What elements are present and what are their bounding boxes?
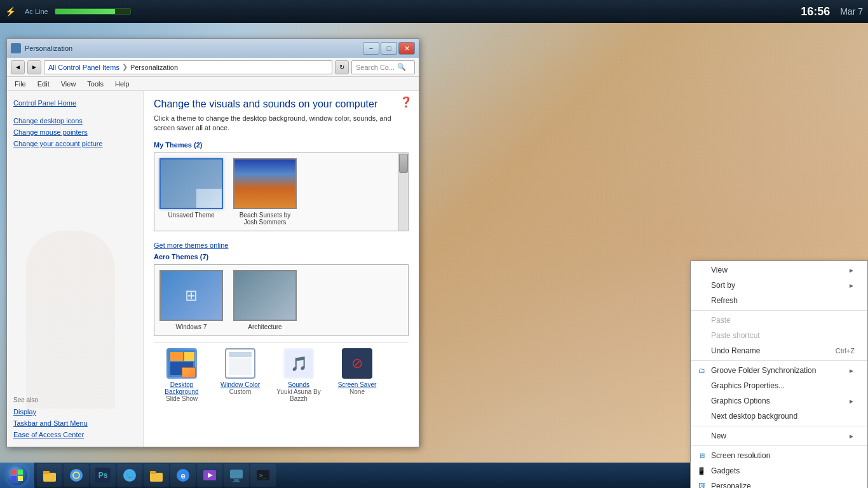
desktop-bg-label[interactable]: Desktop Background (156, 381, 207, 395)
ctx-gfx-options-label: Graphics Options (711, 396, 770, 405)
taskbar-app-photoshop[interactable]: Ps (90, 464, 116, 487)
ctx-screen-res[interactable]: 🖥 Screen resolution (691, 448, 867, 463)
main-desc: Click a theme to change the desktop back… (154, 114, 409, 133)
menu-view[interactable]: View (56, 79, 81, 89)
window-color-svg (227, 351, 253, 376)
sidebar-home-link[interactable]: Control Panel Home (13, 97, 137, 109)
bottom-desktop-bg[interactable]: Desktop Background Slide Show (156, 348, 207, 402)
svg-rect-28 (233, 481, 240, 482)
window-controls: − □ ✕ (363, 42, 415, 55)
taskbar-apps: Ps 🐦 e (34, 464, 769, 487)
sounds-svg: 🎵 (285, 349, 313, 377)
sidebar-taskbar[interactable]: Taskbar and Start Menu (13, 417, 88, 429)
theme-unsaved-name: Unsaved Theme (168, 212, 214, 219)
gadgets-icon: 📱 (696, 465, 707, 477)
ctx-paste-label: Paste (711, 316, 731, 325)
ctx-groove[interactable]: 🗂 Groove Folder Synchronization ► (691, 363, 867, 378)
ctx-gfx-props-label: Graphics Properties... (711, 381, 785, 390)
theme-unsaved-preview[interactable] (159, 158, 223, 209)
sidebar-character (13, 205, 137, 409)
more-themes-link[interactable]: Get more themes online (154, 241, 228, 249)
desktop-bg-sub: Slide Show (166, 395, 198, 402)
taskbar-app-cmd[interactable]: >_ (250, 464, 276, 487)
ctx-sort-arrow: ► (848, 282, 855, 289)
taskbar-app-monitor[interactable] (224, 464, 249, 487)
battery-bar (55, 8, 131, 15)
ctx-next-bg[interactable]: Next desktop background (691, 409, 867, 424)
menu-tools[interactable]: Tools (82, 79, 109, 89)
start-button[interactable] (0, 463, 34, 488)
svg-rect-9 (11, 470, 17, 475)
window-titlebar[interactable]: Personalization − □ ✕ (7, 39, 419, 58)
address-bar: ◄ ► All Control Panel Items ❯ Personaliz… (7, 58, 419, 77)
svg-rect-21 (150, 471, 156, 474)
ctx-refresh[interactable]: Refresh (691, 293, 867, 308)
menu-edit[interactable]: Edit (32, 79, 55, 89)
ctx-sort-by[interactable]: Sort by ► (691, 278, 867, 293)
theme-beach-preview[interactable] (233, 158, 297, 209)
sidebar-display[interactable]: Display (13, 406, 88, 417)
media-icon (202, 468, 217, 483)
help-icon[interactable]: ❓ (400, 96, 412, 108)
desktop-bg-svg (168, 349, 196, 377)
window-color-label[interactable]: Window Color (220, 381, 260, 388)
theme-win7[interactable]: Windows 7 (159, 270, 223, 330)
ctx-view[interactable]: View ► (691, 262, 867, 278)
theme-win7-preview[interactable] (159, 270, 223, 321)
close-button[interactable]: ✕ (398, 42, 415, 55)
sounds-label[interactable]: Sounds (288, 381, 309, 388)
taskbar-app-media[interactable] (197, 464, 222, 487)
ctx-undo-rename[interactable]: Undo Rename Ctrl+Z (691, 343, 867, 358)
refresh-nav-button[interactable]: ↻ (335, 60, 349, 74)
theme-unsaved[interactable]: Unsaved Theme (159, 158, 223, 226)
ctx-personalize[interactable]: 🖼 Personalize (691, 478, 867, 488)
ctx-groove-arrow: ► (848, 367, 855, 374)
screensaver-label[interactable]: Screen Saver (338, 381, 377, 388)
sidebar-mouse-pointers[interactable]: Change mouse pointers (13, 126, 137, 138)
svg-rect-14 (43, 471, 50, 474)
taskbar-app-ie[interactable]: e (170, 464, 196, 487)
cp-bottom-toolbar: Desktop Background Slide Show Window Col… (154, 342, 409, 407)
ctx-personalize-label: Personalize (711, 482, 751, 488)
screen-res-icon: 🖥 (696, 450, 707, 461)
ctx-graphics-props[interactable]: Graphics Properties... (691, 378, 867, 393)
taskbar-app-bird[interactable]: 🐦 (117, 464, 142, 487)
sounds-sub: Yuuki Asuna By Bazzh (273, 388, 324, 402)
svg-point-17 (74, 473, 79, 478)
menu-help[interactable]: Help (110, 79, 135, 89)
theme-arch-preview[interactable] (233, 270, 297, 321)
taskbar-app-chrome[interactable] (64, 464, 89, 487)
ctx-paste-shortcut: Paste shortcut (691, 328, 867, 343)
bottom-window-color[interactable]: Window Color Custom (215, 348, 266, 402)
minimize-button[interactable]: − (363, 42, 379, 55)
theme-arch[interactable]: Architecture (233, 270, 297, 330)
ctx-new[interactable]: New ► (691, 428, 867, 444)
folder-icon (149, 468, 164, 483)
theme-beach[interactable]: Beach Sunsets by Josh Sommers (233, 158, 297, 226)
sidebar-account-picture[interactable]: Change your account picture (13, 138, 137, 149)
menu-bar: File Edit View Tools Help (7, 77, 419, 91)
ctx-graphics-options[interactable]: Graphics Options ► (691, 393, 867, 409)
breadcrumb-root[interactable]: All Control Panel Items (48, 64, 119, 71)
ctx-gadgets[interactable]: 📱 Gadgets (691, 463, 867, 478)
scroll-thumb[interactable] (399, 154, 408, 173)
top-bar-right: 16:56 Mar 7 (801, 5, 863, 18)
svg-text:🎵: 🎵 (290, 355, 308, 372)
context-menu: View ► Sort by ► Refresh Paste Paste sho… (690, 261, 868, 488)
ctx-gfx-arrow: ► (848, 398, 855, 405)
breadcrumb[interactable]: All Control Panel Items ❯ Personalizatio… (44, 60, 332, 74)
search-box[interactable]: Search Co... 🔍 (351, 60, 415, 74)
bottom-sounds[interactable]: 🎵 Sounds Yuuki Asuna By Bazzh (273, 348, 324, 402)
top-time: 16:56 (801, 5, 830, 18)
sidebar-ease-of-access[interactable]: Ease of Access Center (13, 429, 88, 440)
window-color-icon (225, 348, 255, 379)
sidebar-desktop-icons[interactable]: Change desktop icons (13, 115, 137, 126)
back-button[interactable]: ◄ (11, 60, 25, 74)
taskbar-app-folder[interactable] (144, 464, 169, 487)
scroll-track[interactable] (398, 153, 408, 231)
bottom-screen-saver[interactable]: Screen Saver None (332, 348, 383, 402)
maximize-button[interactable]: □ (381, 42, 397, 55)
taskbar-app-explorer[interactable] (37, 464, 62, 487)
menu-file[interactable]: File (10, 79, 31, 89)
forward-button[interactable]: ► (27, 60, 41, 74)
